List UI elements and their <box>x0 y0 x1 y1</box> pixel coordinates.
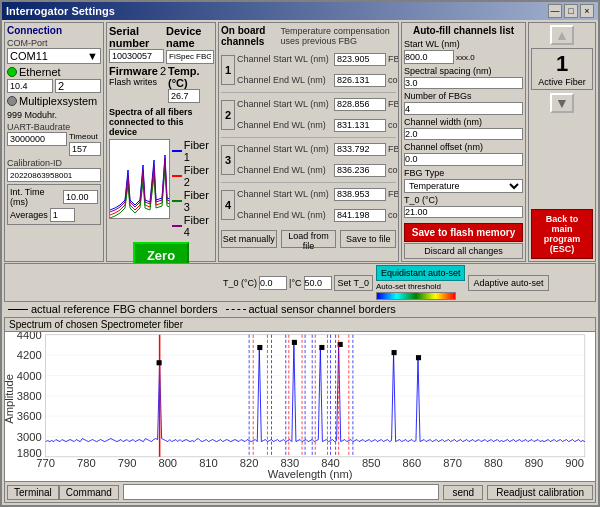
discard-button[interactable]: Discard all changes <box>404 243 523 259</box>
flash-writes-col: 2 <box>55 79 101 93</box>
serial-label: Serial number <box>109 25 164 49</box>
terminal-tab[interactable]: Terminal <box>7 485 59 500</box>
connection-panel: Connection COM-Port COM11 ▼ Ethernet <box>4 22 104 262</box>
ch2-end-label: Channel End WL (nm) <box>237 120 332 130</box>
com-port-combo[interactable]: COM11 ▼ <box>7 48 101 64</box>
ethernet-status: Ethernet <box>7 66 101 78</box>
ch4-fbg-label: FBG Type <box>388 189 399 199</box>
ch1-fbg-label: FBG Type <box>388 54 399 64</box>
send-button[interactable]: send <box>443 485 483 500</box>
adaptive-button[interactable]: Adaptive auto-set <box>468 275 548 291</box>
channel-2-num: 2 <box>221 100 235 130</box>
flash-writes-label: 2 <box>160 65 166 77</box>
svg-text:Wavelength (nm): Wavelength (nm) <box>268 468 353 480</box>
af-num-fbg-input[interactable] <box>404 102 523 114</box>
serial-panel: Serial number Device name Firmware Flash… <box>106 22 216 262</box>
legend-dashed: actual sensor channel borders <box>226 303 396 315</box>
active-fiber-number: 1 <box>534 51 590 77</box>
svg-text:4200: 4200 <box>17 349 42 361</box>
fibers-area: Fiber 1 Fiber 2 Fiber 3 Fiber 4 <box>109 139 213 238</box>
svg-rect-35 <box>319 345 324 350</box>
set-t0-button[interactable]: Set T_0 <box>334 275 373 291</box>
svg-text:790: 790 <box>118 457 137 469</box>
com-port-label: COM-Port <box>7 38 101 48</box>
ch4-comp-label: compensation <box>388 210 399 220</box>
save-flash-button[interactable]: Save to flash memory <box>404 223 523 242</box>
ch4-start-label: Channel Start WL (nm) <box>237 189 332 199</box>
legend-dashed-label: actual sensor channel borders <box>249 303 396 315</box>
af-t0-input[interactable] <box>404 206 523 218</box>
window-title: Interrogator Settings <box>6 5 115 17</box>
fiber-down-button[interactable]: ▼ <box>550 93 574 113</box>
active-fiber-label: Active Fiber <box>534 77 590 87</box>
ch2-comp-label: compensation <box>388 120 399 130</box>
fiber-up-button[interactable]: ▲ <box>550 25 574 45</box>
set-manually-button[interactable]: Set manually <box>221 230 277 248</box>
device-input[interactable] <box>166 50 214 64</box>
autofill-title: Auto-fill channels list <box>404 25 523 36</box>
ch4-start-input[interactable] <box>334 188 386 201</box>
t0-from-input[interactable] <box>259 276 287 290</box>
t0-legend-row: T_0 (°C) |°C Set T_0 Equidistant auto-se… <box>4 263 596 302</box>
af-num-fbg-label: Number of FBGs <box>404 91 523 101</box>
ch1-end-input[interactable] <box>334 74 386 87</box>
ch3-end-input[interactable] <box>334 164 386 177</box>
connection-label: Connection <box>7 25 101 36</box>
fibers-label: Spectra of all fibers connected to this … <box>109 107 213 137</box>
load-from-file-button[interactable]: Load from file <box>281 230 337 248</box>
serial-input[interactable] <box>109 49 164 63</box>
t0-to-input[interactable] <box>304 276 332 290</box>
svg-rect-33 <box>257 345 262 350</box>
back-to-main-button[interactable]: Back to main program (ESC) <box>531 209 593 259</box>
af-start-wl-input[interactable] <box>404 50 454 64</box>
threshold-slider[interactable] <box>376 292 456 300</box>
ethernet-input[interactable] <box>7 79 53 93</box>
ch3-fbg-label: FBG Type <box>388 144 399 154</box>
af-fbg-type-select[interactable]: Temperature <box>404 179 523 193</box>
averages-input[interactable] <box>50 208 75 222</box>
device-label: Device name <box>166 25 214 49</box>
timeout-label: Timeout <box>69 132 101 141</box>
int-time-panel: Int. Time (ms) Averages <box>7 184 101 225</box>
save-to-file-button[interactable]: Save to file <box>340 230 396 248</box>
temp-label: Temp. (°C) <box>168 65 213 89</box>
maximize-button[interactable]: □ <box>564 4 578 18</box>
minimize-button[interactable]: — <box>548 4 562 18</box>
ch3-comp-label: compensation <box>388 165 399 175</box>
uart-input[interactable] <box>7 132 67 146</box>
readjust-button[interactable]: Readjust calibration <box>487 485 593 500</box>
ch1-end-label: Channel End WL (nm) <box>237 75 332 85</box>
svg-text:800: 800 <box>158 457 177 469</box>
command-tab[interactable]: Command <box>59 485 119 500</box>
ch2-end-input[interactable] <box>334 119 386 132</box>
temp-input[interactable] <box>168 89 200 103</box>
ch1-start-input[interactable] <box>334 53 386 66</box>
svg-text:780: 780 <box>77 457 96 469</box>
terminal-input[interactable] <box>123 484 440 500</box>
ch4-end-label: Channel End WL (nm) <box>237 210 332 220</box>
chart-title: Spectrum of chosen Spectrometer fiber <box>5 318 595 332</box>
af-start-wl-label: Start WL (nm) <box>404 39 523 49</box>
fiber4-legend: Fiber 4 <box>172 214 214 238</box>
timeout-input[interactable] <box>69 142 101 156</box>
svg-rect-38 <box>416 355 421 360</box>
int-time-input[interactable] <box>63 190 98 204</box>
ch4-end-input[interactable] <box>334 209 386 222</box>
svg-rect-32 <box>157 360 162 365</box>
af-offset-input[interactable] <box>404 153 523 165</box>
af-width-input[interactable] <box>404 128 523 140</box>
calibration-label: Calibration-ID <box>7 158 101 168</box>
ch2-start-input[interactable] <box>334 98 386 111</box>
ch3-start-input[interactable] <box>334 143 386 156</box>
calibration-input[interactable] <box>7 168 101 182</box>
title-bar: Interrogator Settings — □ × <box>2 2 598 20</box>
chart-area: 4400 4200 4000 3800 3600 3000 1800 Ampli… <box>5 332 595 481</box>
active-fiber-box: 1 Active Fiber <box>531 48 593 90</box>
legend-row: actual reference FBG channel borders act… <box>4 302 596 316</box>
ch1-start-label: Channel Start WL (nm) <box>237 54 332 64</box>
uart-label: UART-Baudrate <box>7 122 101 132</box>
close-button[interactable]: × <box>580 4 594 18</box>
equidistant-button[interactable]: Equidistant auto-set <box>376 265 466 281</box>
af-spacing-input[interactable] <box>404 77 523 89</box>
af-spacing-label: Spectral spacing (nm) <box>404 66 523 76</box>
